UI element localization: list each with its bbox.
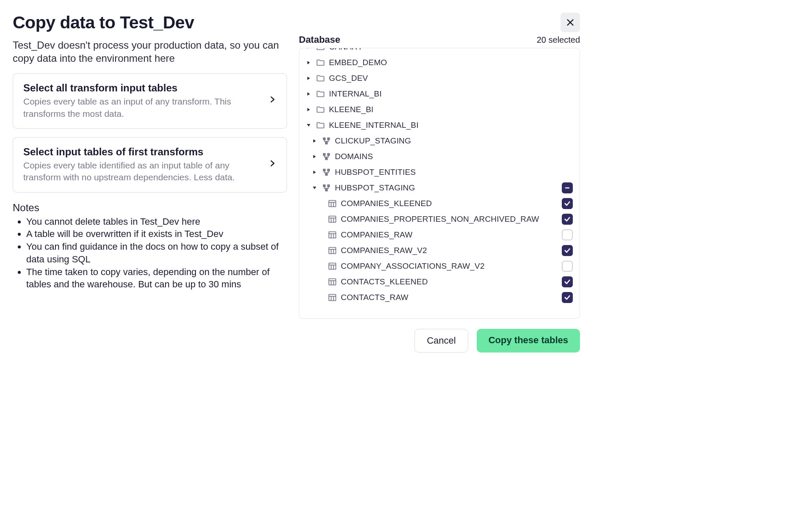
tree-row-table[interactable]: CONTACTS_KLEENED <box>299 274 580 289</box>
table-icon <box>327 293 337 302</box>
option-title: Select all transform input tables <box>23 82 261 94</box>
option-text: Select all transform input tables Copies… <box>23 82 261 120</box>
database-tree-panel: CANARYEMBED_DEMOGCS_DEVINTERNAL_BIKLEENE… <box>299 48 580 319</box>
tree-item-label: COMPANIES_KLEENED <box>341 199 562 208</box>
svg-rect-41 <box>329 216 336 222</box>
folder-icon <box>315 58 326 67</box>
table-icon <box>327 277 337 287</box>
tree-row-folder[interactable]: INTERNAL_BI <box>299 86 580 102</box>
tree-item-label: DOMAINS <box>335 152 580 161</box>
svg-rect-57 <box>329 278 336 285</box>
folder-icon <box>315 121 326 130</box>
folder-icon <box>315 105 326 114</box>
svg-rect-23 <box>323 168 326 171</box>
caret-right-icon[interactable] <box>305 76 312 80</box>
caret-right-icon[interactable] <box>305 61 312 65</box>
svg-rect-49 <box>329 247 336 253</box>
note-item: You cannot delete tables in Test_Dev her… <box>26 215 287 228</box>
svg-rect-31 <box>327 184 330 187</box>
tree-item-label: KLEENE_BI <box>329 105 580 114</box>
svg-rect-36 <box>565 187 570 188</box>
tree-row-schema[interactable]: HUBSPOT_ENTITIES <box>299 164 580 180</box>
tree-item-label: CANARY <box>329 48 580 52</box>
dialog-title: Copy data to Test_Dev <box>13 13 194 33</box>
cancel-button[interactable]: Cancel <box>414 329 468 353</box>
tree-row-schema[interactable]: HUBSPOT_STAGING <box>299 180 580 196</box>
note-item: A table will be overwritten if it exists… <box>26 228 287 240</box>
option-select-first-inputs[interactable]: Select input tables of first transforms … <box>13 137 287 193</box>
tree-item-label: COMPANIES_RAW_V2 <box>341 246 562 255</box>
chevron-right-icon <box>268 157 276 172</box>
svg-rect-45 <box>329 231 336 238</box>
option-title: Select input tables of first transforms <box>23 146 261 158</box>
tree-checkbox[interactable] <box>562 198 573 209</box>
svg-marker-8 <box>313 139 316 143</box>
svg-rect-25 <box>325 173 328 175</box>
table-icon <box>327 199 337 208</box>
tree-checkbox[interactable] <box>562 214 573 225</box>
svg-marker-7 <box>307 124 310 127</box>
tree-row-table[interactable]: COMPANIES_RAW_V2 <box>299 242 580 258</box>
tree-item-label: COMPANY_ASSOCIATIONS_RAW_V2 <box>341 262 562 271</box>
folder-icon <box>315 89 326 99</box>
tree-row-folder[interactable]: KLEENE_INTERNAL_BI <box>299 117 580 133</box>
option-desc: Copies every table identified as an inpu… <box>23 160 261 184</box>
svg-marker-29 <box>313 187 316 189</box>
tree-item-label: EMBED_DEMO <box>329 58 580 67</box>
database-heading: Database <box>299 34 340 45</box>
svg-rect-11 <box>325 141 328 144</box>
tree-row-table[interactable]: CONTACTS_RAW <box>299 289 580 305</box>
svg-marker-2 <box>307 48 310 49</box>
svg-marker-5 <box>307 92 310 96</box>
tree-item-label: COMPANIES_PROPERTIES_NON_ARCHIVED_RAW <box>341 215 562 224</box>
caret-down-icon[interactable] <box>305 123 312 127</box>
table-icon <box>327 230 337 240</box>
svg-rect-61 <box>329 294 336 300</box>
svg-rect-17 <box>327 153 330 155</box>
tree-row-schema[interactable]: DOMAINS <box>299 149 580 164</box>
tree-row-table[interactable]: COMPANY_ASSOCIATIONS_RAW_V2 <box>299 258 580 274</box>
option-text: Select input tables of first transforms … <box>23 146 261 184</box>
selected-count: 20 selected <box>537 35 580 45</box>
tree-checkbox[interactable] <box>562 276 573 287</box>
tree-checkbox[interactable] <box>562 229 573 240</box>
tree-checkbox[interactable] <box>562 261 573 272</box>
svg-marker-6 <box>307 108 310 111</box>
caret-right-icon[interactable] <box>305 107 312 112</box>
tree-row-table[interactable]: COMPANIES_RAW <box>299 227 580 242</box>
caret-right-icon[interactable] <box>311 154 318 159</box>
schema-icon <box>321 183 331 193</box>
schema-icon <box>321 168 331 177</box>
copy-tables-button[interactable]: Copy these tables <box>477 329 580 353</box>
database-header: Database 20 selected <box>299 33 580 45</box>
svg-rect-18 <box>325 157 328 160</box>
tree-row-table[interactable]: COMPANIES_KLEENED <box>299 196 580 211</box>
tree-row-folder[interactable]: GCS_DEV <box>299 70 580 86</box>
caret-right-icon[interactable] <box>305 48 312 49</box>
svg-rect-37 <box>329 200 336 207</box>
caret-down-icon[interactable] <box>311 186 318 190</box>
database-tree-scroll[interactable]: CANARYEMBED_DEMOGCS_DEVINTERNAL_BIKLEENE… <box>299 48 580 318</box>
tree-row-schema[interactable]: CLICKUP_STAGING <box>299 133 580 149</box>
tree-row-folder[interactable]: CANARY <box>299 48 580 55</box>
tree-row-table[interactable]: COMPANIES_PROPERTIES_NON_ARCHIVED_RAW <box>299 211 580 227</box>
caret-right-icon[interactable] <box>311 139 318 143</box>
note-item: The time taken to copy varies, depending… <box>26 266 287 291</box>
chevron-right-icon <box>268 94 276 108</box>
tree-item-label: CONTACTS_RAW <box>341 293 562 302</box>
tree-checkbox[interactable] <box>562 245 573 256</box>
tree-row-folder[interactable]: KLEENE_BI <box>299 102 580 117</box>
caret-right-icon[interactable] <box>305 92 312 96</box>
svg-rect-32 <box>325 188 328 191</box>
svg-rect-53 <box>329 263 336 269</box>
svg-marker-4 <box>307 77 310 80</box>
tree-checkbox[interactable] <box>562 292 573 303</box>
tree-checkbox[interactable] <box>562 182 573 193</box>
folder-icon <box>315 74 326 83</box>
close-button[interactable] <box>561 13 580 32</box>
caret-right-icon[interactable] <box>311 170 318 174</box>
table-icon <box>327 246 337 255</box>
tree-row-folder[interactable]: EMBED_DEMO <box>299 55 580 70</box>
option-select-all-inputs[interactable]: Select all transform input tables Copies… <box>13 73 287 129</box>
notes-heading: Notes <box>13 202 287 214</box>
